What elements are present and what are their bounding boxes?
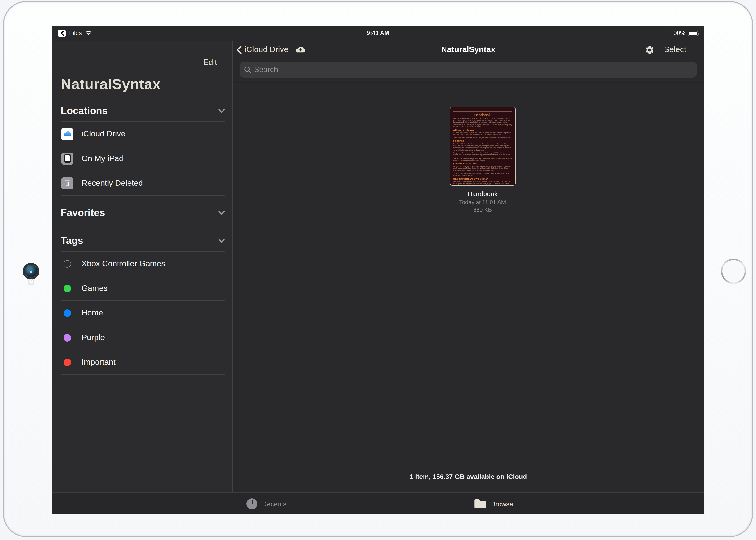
tab-label: Browse [491,500,513,507]
favorites-section-header[interactable]: Favorites [61,205,225,220]
on-my-ipad-icon [61,152,74,165]
status-bar: Files 9:41 AM 100% [52,26,704,41]
trash-icon [61,177,74,189]
tag-label: Games [82,284,107,293]
doc-heading: Discovery Service [456,129,474,131]
doc-paragraph: Pro tip: If you only have your ePub file… [453,173,512,177]
status-time: 9:41 AM [52,26,704,41]
file-thumbnail: Handbook Welcome to Natural Syntax, with… [450,107,515,186]
tab-recents[interactable]: Recents [247,493,286,514]
home-button[interactable] [721,259,746,284]
tags-list: Xbox Controller Games Games Home Purple … [61,251,225,375]
tag-item-home[interactable]: Home [61,301,225,326]
doc-paragraph: Please Note: The Discovery Service is on… [453,137,512,139]
tag-circle-icon [64,334,71,341]
file-browser-area: Handbook Welcome to Natural Syntax, with… [233,82,704,492]
file-name: Handbook [440,190,525,198]
app-title: NaturalSyntax [61,76,161,93]
locations-section-header[interactable]: Locations [61,103,225,118]
doc-title: Handbook [453,113,512,116]
page: Files 9:41 AM 100% Edit NaturalSyntax Lo… [0,0,756,540]
doc-heading: Importing ePub Files [455,162,476,165]
settings-gear-icon[interactable] [645,45,655,55]
tag-label: Important [82,357,116,367]
doc-paragraph: At the top right of both the file browse… [453,143,512,151]
tags-header-label: Tags [61,235,83,246]
tag-circle-icon [64,284,71,292]
tag-item-important[interactable]: Important [61,350,225,375]
doc-heading: Lexical Color and Style Overlay [455,178,488,180]
sidebar-item-icloud-drive[interactable]: iCloud Drive [61,122,225,146]
front-camera-icon [25,265,38,278]
tag-circle-icon [64,260,71,267]
sidebar-item-label: Recently Deleted [82,178,143,188]
tag-label: Xbox Controller Games [82,259,165,268]
overlay-glyph-icon: ▥ [453,178,455,180]
doc-heading: Settings [455,140,464,142]
doc-paragraph: While you're reading your book, you can … [453,181,512,186]
file-modified-date: Today at 11:01 AM [440,199,525,205]
locations-list: iCloud Drive On My iPad Recently Deleted [61,121,225,196]
doc-paragraph: At the top left of the file browser, you… [453,132,512,136]
page-title: NaturalSyntax [233,41,704,59]
tag-item-purple[interactable]: Purple [61,326,225,350]
doc-paragraph: You can import your own ePub files into … [453,165,512,171]
file-item-handbook[interactable]: Handbook Welcome to Natural Syntax, with… [440,107,525,213]
chevron-down-icon [218,210,225,215]
sidebar-item-label: On My iPad [82,154,124,163]
doc-paragraph: Welcome to Natural Syntax, within it you… [453,117,512,127]
gear-glyph-icon: ⚙ [453,140,455,142]
chevron-down-icon [218,238,225,243]
main-content: iCloud Drive NaturalSyntax Select [233,41,704,492]
edit-button[interactable]: Edit [203,58,217,67]
tag-label: Home [82,308,103,318]
file-size: 689 KB [440,206,525,213]
sidebar-item-on-my-ipad[interactable]: On My iPad [61,146,225,171]
icloud-drive-icon [61,128,74,140]
tag-circle-icon [64,309,71,317]
screen: Files 9:41 AM 100% Edit NaturalSyntax Lo… [52,26,704,514]
tab-label: Recents [262,500,286,507]
tab-bar: Recents Browse [52,492,704,514]
light-sensor-icon [28,279,34,285]
sidebar: Edit NaturalSyntax Locations iCloud Driv… [52,41,232,492]
search-icon [244,66,251,73]
tag-item-xbox-controller-games[interactable]: Xbox Controller Games [61,251,225,276]
locations-header-label: Locations [61,105,107,116]
search-bar[interactable] [240,62,697,78]
sidebar-item-label: iCloud Drive [82,129,125,139]
folder-icon [474,499,486,509]
select-button[interactable]: Select [664,45,686,55]
doc-paragraph: Pro tip: a number of people like to setu… [453,152,512,156]
navigation-bar: iCloud Drive NaturalSyntax Select [233,41,704,59]
tab-browse[interactable]: Browse [474,493,513,514]
favorites-header-label: Favorites [61,207,105,218]
tag-circle-icon [64,358,71,366]
item-count-status: 1 item, 156.37 GB available on iCloud [233,473,704,480]
search-input[interactable] [254,66,692,74]
battery-icon [688,31,698,36]
import-glyph-icon: ⬆ [453,162,455,165]
tag-label: Purple [82,333,105,342]
cloud-glyph-icon: ☁ [453,129,455,131]
chevron-down-icon [218,108,225,113]
sidebar-item-recently-deleted[interactable]: Recently Deleted [61,171,225,196]
battery-percent: 100% [670,30,685,37]
tag-item-games[interactable]: Games [61,276,225,301]
tags-section-header[interactable]: Tags [61,233,225,248]
clock-icon [247,498,257,509]
doc-paragraph: Note: some of the customization options … [453,157,512,161]
